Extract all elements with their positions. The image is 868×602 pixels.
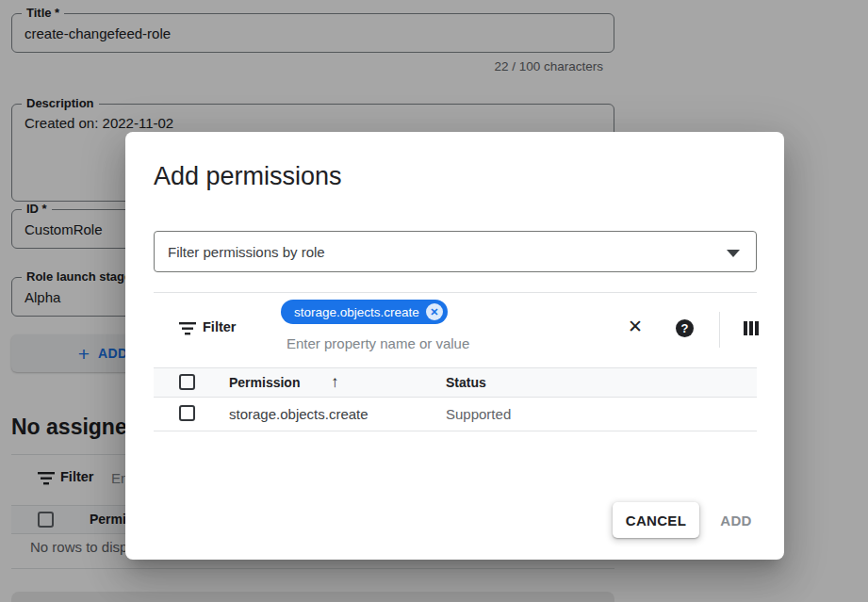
filter-by-role-select[interactable]: Filter permissions by role [154,231,757,272]
filter-by-role-placeholder: Filter permissions by role [168,244,325,260]
filter-icon [179,322,196,339]
status-cell: Supported [446,406,511,422]
permissions-table: Permission ↑ Status storage.objects.crea… [154,367,757,431]
sort-ascending-icon: ↑ [331,373,339,392]
filter-label: Filter [203,319,236,334]
vertical-divider [719,312,720,348]
permission-table-row[interactable]: storage.objects.create Supported [154,398,757,431]
help-icon[interactable]: ? [676,319,694,337]
permissions-table-header: Permission ↑ Status [154,367,757,398]
permissions-filter-bar: Filter storage.objects.create ✕ ✕ ? [154,293,757,366]
chip-remove-icon[interactable]: ✕ [426,303,443,320]
screen: Title * create-changefeed-role 22 / 100 … [0,0,868,602]
filter-chip-label: storage.objects.create [294,305,419,319]
add-permissions-dialog: Add permissions Filter permissions by ro… [125,132,784,560]
filter-input[interactable] [287,333,550,353]
filter-chip[interactable]: storage.objects.create ✕ [281,300,448,324]
dialog-actions: CANCEL ADD [125,502,784,538]
dialog-title: Add permissions [154,162,342,191]
permission-cell: storage.objects.create [229,406,368,422]
cancel-button[interactable]: CANCEL [613,502,699,538]
row-checkbox[interactable] [179,405,195,421]
column-display-options-icon[interactable] [744,321,759,335]
dropdown-caret-icon [727,250,740,257]
clear-filters-icon[interactable]: ✕ [628,316,643,337]
add-button[interactable]: ADD [708,502,764,538]
status-column-header[interactable]: Status [446,375,486,390]
select-all-checkbox[interactable] [179,374,195,390]
permission-column-header[interactable]: Permission [229,375,300,390]
